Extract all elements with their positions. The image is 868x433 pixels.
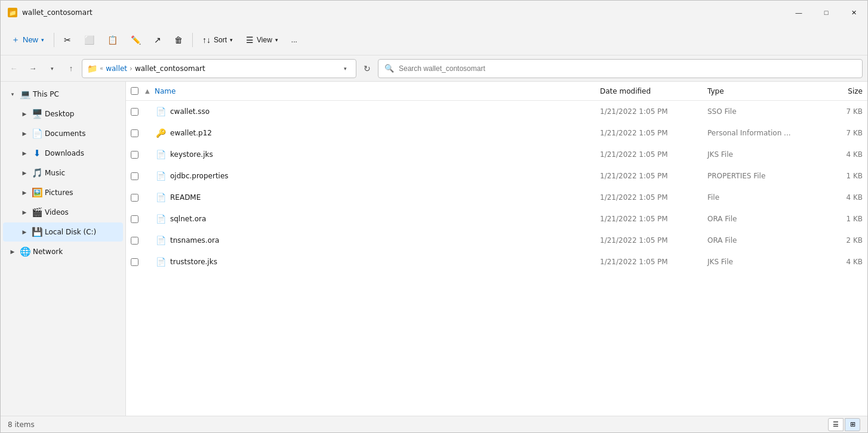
copy-button[interactable]: ⬜ — [78, 29, 100, 51]
row-checkbox-7[interactable] — [131, 258, 138, 266]
file-date-5: 1/21/2022 1:05 PM — [600, 215, 707, 223]
sidebar-item-videos[interactable]: ▶ 🎬 Videos — [3, 203, 123, 222]
row-checkbox-1[interactable] — [131, 129, 138, 137]
file-checkbox-1[interactable] — [131, 129, 145, 137]
column-header-date[interactable]: Date modified — [600, 87, 707, 95]
file-scroll[interactable]: ▲ Name Date modified Type Size — [126, 82, 867, 416]
expand-documents-icon: ▶ — [20, 129, 29, 138]
share-button[interactable]: ↗ — [148, 29, 167, 51]
file-checkbox-3[interactable] — [131, 172, 145, 180]
delete-button[interactable]: 🗑 — [168, 29, 189, 51]
file-icon-5: 📄 — [155, 213, 167, 225]
sidebar-label-pictures: Pictures — [45, 188, 73, 197]
file-checkbox-2[interactable] — [131, 151, 145, 159]
plus-icon: ＋ — [11, 35, 20, 45]
row-checkbox-0[interactable] — [131, 108, 138, 116]
header-checkbox[interactable] — [131, 87, 145, 95]
table-row[interactable]: 📄 truststore.jks 1/21/2022 1:05 PM JKS F… — [126, 251, 867, 273]
this-pc-icon: 💻 — [20, 89, 30, 100]
sidebar-item-this-pc[interactable]: ▾ 💻 This PC — [3, 85, 123, 104]
file-area: ▲ Name Date modified Type Size — [126, 82, 867, 416]
this-pc-label: This PC — [33, 90, 59, 98]
sidebar-label-music: Music — [45, 169, 65, 177]
row-checkbox-6[interactable] — [131, 237, 138, 245]
sidebar-item-downloads[interactable]: ▶ ⬇ Downloads — [3, 144, 123, 163]
grid-view-button[interactable]: ⊞ — [845, 418, 860, 431]
paste-button[interactable]: 📋 — [101, 29, 124, 51]
refresh-button[interactable]: ↻ — [359, 60, 375, 77]
file-name-7: truststore.jks — [170, 258, 600, 266]
file-size-5: 1 KB — [815, 215, 863, 223]
table-row[interactable]: 📄 cwallet.sso 1/21/2022 1:05 PM SSO File… — [126, 101, 867, 122]
table-row[interactable]: 📄 ojdbc.properties 1/21/2022 1:05 PM PRO… — [126, 165, 867, 187]
breadcrumb-folder-icon: 📁 — [87, 64, 97, 73]
file-rows-container: 📄 cwallet.sso 1/21/2022 1:05 PM SSO File… — [126, 101, 867, 273]
toolbar-separator-2 — [192, 33, 193, 47]
list-view-button[interactable]: ☰ — [828, 418, 844, 431]
row-checkbox-2[interactable] — [131, 151, 138, 159]
row-checkbox-4[interactable] — [131, 194, 138, 202]
column-header-size[interactable]: Size — [815, 87, 863, 95]
file-size-4: 4 KB — [815, 193, 863, 202]
file-name-6: tnsnames.ora — [170, 236, 600, 245]
rename-icon: ✏️ — [131, 35, 141, 45]
expand-music-icon: ▶ — [20, 168, 29, 178]
cut-button[interactable]: ✂ — [58, 29, 77, 51]
row-checkbox-5[interactable] — [131, 215, 138, 223]
file-checkbox-7[interactable] — [131, 258, 145, 266]
file-date-3: 1/21/2022 1:05 PM — [600, 172, 707, 180]
file-icon-2: 📄 — [155, 149, 167, 160]
sidebar-item-desktop[interactable]: ▶ 🖥️ Desktop — [3, 104, 123, 123]
rename-button[interactable]: ✏️ — [125, 29, 147, 51]
documents-icon: 📄 — [32, 128, 42, 139]
table-row[interactable]: 📄 keystore.jks 1/21/2022 1:05 PM JKS Fil… — [126, 144, 867, 165]
table-row[interactable]: 📄 sqlnet.ora 1/21/2022 1:05 PM ORA File … — [126, 208, 867, 230]
new-chevron-icon: ▾ — [41, 37, 44, 43]
minimize-button[interactable]: — — [785, 1, 812, 24]
new-button[interactable]: ＋ New ▾ — [5, 29, 50, 51]
file-size-6: 2 KB — [815, 236, 863, 245]
breadcrumb-wallet-link[interactable]: wallet — [106, 64, 127, 73]
view-button[interactable]: ☰ View ▾ — [240, 29, 284, 51]
more-button[interactable]: ... — [285, 29, 303, 51]
more-icon: ... — [291, 36, 297, 44]
column-header-name[interactable]: Name — [155, 87, 600, 95]
sidebar-item-documents[interactable]: ▶ 📄 Documents — [3, 124, 123, 143]
up-button[interactable]: ↑ — [63, 60, 79, 77]
file-name-3: ojdbc.properties — [170, 172, 600, 180]
expand-pictures-icon: ▶ — [20, 188, 29, 197]
row-checkbox-3[interactable] — [131, 172, 138, 180]
breadcrumb-dropdown-button[interactable]: ▾ — [339, 60, 351, 77]
file-checkbox-4[interactable] — [131, 194, 145, 202]
file-name-0: cwallet.sso — [170, 107, 600, 116]
maximize-button[interactable]: □ — [812, 1, 840, 24]
table-row[interactable]: 📄 tnsnames.ora 1/21/2022 1:05 PM ORA Fil… — [126, 230, 867, 251]
search-input[interactable] — [399, 64, 856, 73]
sidebar-label-desktop: Desktop — [45, 110, 75, 118]
table-row[interactable]: 🔑 ewallet.p12 1/21/2022 1:05 PM Personal… — [126, 122, 867, 144]
sidebar-item-pictures[interactable]: ▶ 🖼️ Pictures — [3, 183, 123, 202]
table-row[interactable]: 📄 README 1/21/2022 1:05 PM File 4 KB — [126, 187, 867, 208]
recent-locations-button[interactable]: ▾ — [44, 60, 60, 77]
toolbar-separator-1 — [54, 33, 54, 47]
file-icon-6: 📄 — [155, 234, 167, 246]
back-button[interactable]: ← — [5, 60, 22, 77]
expand-desktop-icon: ▶ — [20, 109, 29, 119]
close-button[interactable]: ✕ — [840, 1, 867, 24]
file-name-1: ewallet.p12 — [170, 129, 600, 137]
sidebar-item-local-disk[interactable]: ▶ 💾 Local Disk (C:) — [3, 222, 123, 242]
search-box[interactable]: 🔍 — [378, 59, 863, 78]
new-label: New — [23, 35, 38, 44]
sort-button[interactable]: ↑↓ Sort ▾ — [196, 29, 239, 51]
sidebar-item-network[interactable]: ▶ 🌐 Network — [3, 242, 123, 261]
file-checkbox-6[interactable] — [131, 237, 145, 245]
column-header-type[interactable]: Type — [707, 87, 815, 95]
breadcrumb-bar[interactable]: 📁 « wallet › wallet_contosomart ▾ — [82, 59, 356, 78]
file-checkbox-0[interactable] — [131, 108, 145, 116]
sidebar-item-music[interactable]: ▶ 🎵 Music — [3, 163, 123, 183]
sidebar-label-downloads: Downloads — [45, 149, 84, 157]
file-checkbox-5[interactable] — [131, 215, 145, 223]
expand-network-icon: ▶ — [8, 247, 17, 256]
forward-button[interactable]: → — [24, 60, 41, 77]
select-all-checkbox[interactable] — [131, 87, 138, 95]
